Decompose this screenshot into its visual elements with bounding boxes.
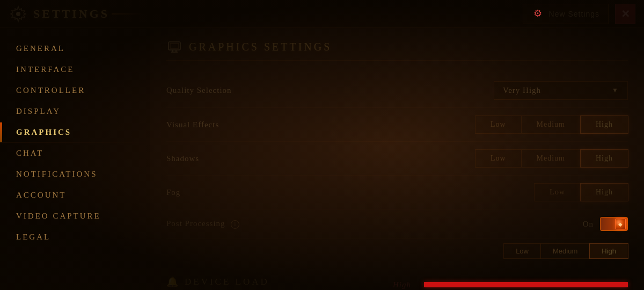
sidebar-item-controller[interactable]: CONTROLLER	[0, 81, 150, 100]
partial-btn-group: Low Medium High	[503, 243, 628, 259]
sidebar-item-interface[interactable]: INTERFACE	[0, 60, 150, 79]
toggle-gem-icon	[615, 219, 626, 229]
partial-setting-row: Low Medium High	[166, 239, 628, 263]
sidebar-item-video-capture[interactable]: VIDEO CAPTURE	[0, 206, 150, 226]
device-load-bar	[424, 282, 628, 287]
sidebar-item-display[interactable]: DISPLAY	[0, 102, 150, 121]
sidebar-item-notifications[interactable]: NOTIFICATIONS	[0, 164, 150, 184]
partial-medium-btn: Medium	[540, 243, 590, 259]
partial-high-btn: High	[589, 243, 628, 259]
partial-low-btn: Low	[503, 243, 541, 259]
sidebar-item-chat[interactable]: CHAT	[0, 143, 150, 163]
sidebar-item-general[interactable]: GENERAL	[0, 39, 150, 59]
sidebar-item-graphics[interactable]: GRAPHICS	[0, 122, 150, 142]
background-demon	[322, 27, 537, 252]
app-container: SETTINGS New Settings ✕ GENERAL INTERFAC…	[0, 0, 644, 290]
post-processing-toggle[interactable]	[600, 217, 628, 231]
new-settings-icon	[532, 8, 545, 20]
sidebar-item-legal[interactable]: LEGAL	[0, 227, 150, 247]
sidebar-item-account[interactable]: ACCOUNT	[0, 185, 150, 205]
